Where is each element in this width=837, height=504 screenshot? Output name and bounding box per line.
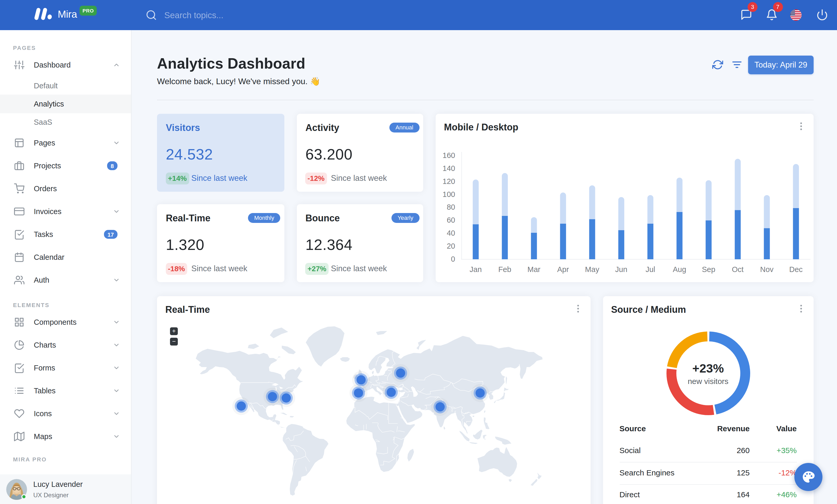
- pie-chart-icon: [14, 340, 24, 350]
- bar-desktop-dec: [793, 164, 799, 208]
- x-axis-label-apr: Apr: [557, 265, 569, 274]
- sidebar-item-projects[interactable]: Projects8: [0, 154, 131, 177]
- bar-desktop-aug: [677, 178, 682, 212]
- search-icon[interactable]: [146, 10, 157, 21]
- x-axis-label-oct: Oct: [732, 265, 744, 274]
- table-cell-value: +46%: [777, 490, 797, 499]
- sidebar-subitem-saas[interactable]: SaaS: [0, 113, 131, 132]
- bar-mobile-aug: [677, 212, 682, 259]
- bar-desktop-feb: [502, 173, 508, 216]
- stat-card-activity: ActivityAnnual63.200-12%Since last week: [297, 114, 423, 191]
- source-medium-title: Source / Medium: [611, 304, 686, 315]
- stat-card-visitors: Visitors24.532+14%Since last week: [157, 114, 284, 191]
- stat-value: 12.364: [305, 236, 353, 253]
- sidebar-item-dashboard[interactable]: Dashboard: [0, 54, 131, 76]
- check-square-icon: [14, 229, 24, 240]
- chevron-up-icon: [113, 61, 120, 69]
- stat-value: 1.320: [166, 236, 204, 253]
- theme-settings-fab[interactable]: [794, 463, 822, 491]
- sidebar-item-icons[interactable]: Icons: [0, 402, 131, 425]
- app-root: Mira PRO 3 7: [0, 0, 837, 504]
- map-marker-madrid[interactable]: [350, 384, 368, 402]
- sidebar-item-label: Components: [34, 318, 76, 326]
- x-axis-label-aug: Aug: [673, 265, 686, 274]
- table-row-divider: [620, 462, 797, 463]
- stat-delta-badge: +27%: [305, 263, 328, 275]
- sidebar-item-forms[interactable]: Forms: [0, 356, 131, 379]
- map-zoom-out-button[interactable]: −: [170, 337, 178, 345]
- table-cell-source: Social: [620, 446, 641, 455]
- sidebar-item-maps[interactable]: Maps: [0, 425, 131, 448]
- sidebar-subitem-analytics[interactable]: Analytics: [0, 95, 131, 113]
- map-marker-new-delhi[interactable]: [431, 398, 449, 416]
- sidebar-item-tasks[interactable]: Tasks17: [0, 223, 131, 246]
- stat-title: Real-Time: [166, 213, 210, 224]
- y-axis-tick-label: 40: [447, 229, 455, 237]
- more-menu-icon[interactable]: [796, 303, 806, 314]
- table-cell-value: -12%: [779, 468, 797, 477]
- navbar: Mira PRO 3 7: [0, 0, 837, 30]
- map-marker-new-york[interactable]: [277, 389, 295, 407]
- bar-mobile-oct: [735, 210, 741, 259]
- stat-delta-badge: -18%: [165, 263, 187, 275]
- map-zoom-in-button[interactable]: +: [170, 327, 178, 335]
- y-axis-tick-label: 60: [447, 216, 455, 224]
- stat-period-badge[interactable]: Monthly: [248, 213, 280, 223]
- sidebar-item-components[interactable]: Components: [0, 311, 131, 334]
- stat-value: 63.200: [305, 146, 353, 163]
- power-icon[interactable]: [816, 8, 828, 20]
- stat-delta-badge: +14%: [165, 172, 189, 184]
- table-cell-source: Direct: [620, 490, 640, 499]
- map-marker-san-francisco[interactable]: [232, 397, 250, 415]
- map-marker-beijing[interactable]: [471, 384, 489, 402]
- language-flag-us[interactable]: [790, 9, 802, 20]
- sidebar-item-pages[interactable]: Pages: [0, 131, 131, 154]
- sidebar-item-label: Pages: [34, 139, 55, 147]
- stat-title: Bounce: [305, 213, 340, 224]
- stat-card-bounce: BounceYearly12.364+27%Since last week: [297, 204, 423, 282]
- stat-card-real-time: Real-TimeMonthly1.320-18%Since last week: [157, 204, 284, 282]
- sidebar-subitem-default[interactable]: Default: [0, 76, 131, 95]
- sidebar-item-auth[interactable]: Auth: [0, 268, 131, 292]
- stat-note: Since last week: [331, 173, 387, 183]
- search-input[interactable]: [164, 7, 331, 23]
- sidebar-user[interactable]: Lucy Lavender UX Designer: [0, 474, 131, 504]
- layout-icon: [14, 138, 24, 148]
- stat-period-badge[interactable]: Annual: [389, 123, 419, 132]
- table-cell-source: Search Engines: [620, 468, 675, 477]
- y-axis-tick-label: 0: [451, 255, 455, 263]
- today-button[interactable]: Today: April 29: [748, 55, 814, 74]
- chevron-down-icon: [113, 276, 120, 284]
- filter-icon[interactable]: [731, 59, 742, 70]
- y-axis-tick-label: 160: [443, 151, 455, 160]
- sidebar-item-calendar[interactable]: Calendar: [0, 246, 131, 268]
- more-menu-icon[interactable]: [573, 303, 583, 314]
- brand-name[interactable]: Mira: [58, 8, 77, 20]
- sidebar-item-label: Invoices: [34, 207, 61, 216]
- bar-mobile-nov: [764, 228, 770, 259]
- chevron-down-icon: [113, 341, 120, 349]
- map-marker-istanbul[interactable]: [382, 383, 400, 401]
- sidebar-item-charts[interactable]: Charts: [0, 334, 131, 356]
- bar-mobile-may: [589, 219, 595, 259]
- refresh-icon[interactable]: [712, 59, 723, 70]
- bar-mobile-jun: [618, 230, 624, 259]
- x-axis-label-sep: Sep: [702, 265, 715, 274]
- palette-icon: [801, 470, 815, 484]
- sidebar-item-orders[interactable]: Orders: [0, 177, 131, 200]
- mira-logo-icon[interactable]: [34, 8, 52, 20]
- stat-period-badge[interactable]: Yearly: [392, 213, 419, 223]
- welcome-message: Welcome back, Lucy! We've missed you. 👋: [157, 76, 320, 86]
- sidebar-item-label: Tasks: [34, 230, 53, 239]
- y-axis-tick-label: 120: [443, 177, 455, 186]
- stat-title: Activity: [305, 123, 339, 133]
- sidebar-item-tables[interactable]: Tables: [0, 379, 131, 402]
- user-name: Lucy Lavender: [33, 480, 83, 488]
- map-marker-moscow[interactable]: [392, 364, 410, 382]
- sidebar-item-invoices[interactable]: Invoices: [0, 200, 131, 223]
- donut-center-sublabel: new visitors: [677, 377, 739, 386]
- sidebar-subitem-label: SaaS: [34, 118, 52, 127]
- sidebar-item-label: Charts: [34, 341, 56, 349]
- world-map[interactable]: [184, 322, 544, 499]
- x-axis-label-jul: Jul: [645, 265, 655, 274]
